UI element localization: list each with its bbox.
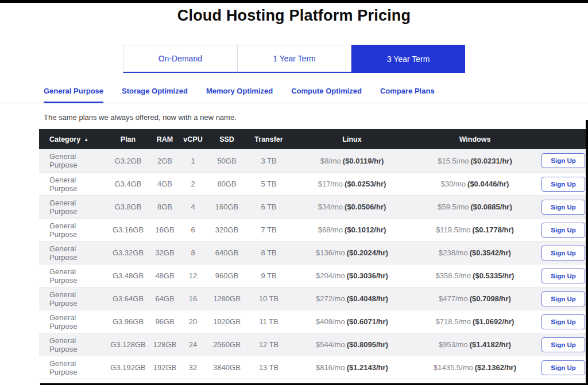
linux-price-cell: $816/mo($1.2143/hr) xyxy=(293,363,411,372)
plan-cell: G3.32GB xyxy=(103,248,153,257)
table-body: General Purpose G3.2GB 2GB 1 50GB 3 TB $… xyxy=(39,149,588,379)
table-row: General Purpose G3.192GB 192GB 32 3840GB… xyxy=(39,356,588,379)
category-cell: General Purpose xyxy=(39,359,103,376)
vcpu-cell: 8 xyxy=(177,248,209,257)
windows-price-cell: $1435.5/mo($2.1362/hr) xyxy=(411,363,539,372)
windows-price-cell: $15.5/mo($0.0231/hr) xyxy=(411,157,539,165)
signup-cell: Sign Up xyxy=(539,337,588,352)
linux-hourly-price: ($0.0506/hr) xyxy=(345,203,386,211)
category-cell: General Purpose xyxy=(39,313,103,330)
windows-monthly-price: $15.5/mo xyxy=(438,157,469,165)
column-header-category[interactable]: Category▲ xyxy=(39,135,103,143)
ram-cell: 2GB xyxy=(153,157,177,165)
sign-up-button[interactable]: Sign Up xyxy=(541,223,585,238)
sign-up-button[interactable]: Sign Up xyxy=(541,200,585,215)
vcpu-cell: 2 xyxy=(177,180,209,188)
tab-general-purpose[interactable]: General Purpose xyxy=(44,87,103,103)
windows-monthly-price: $477/mo xyxy=(439,294,468,303)
linux-monthly-price: $272/mo xyxy=(316,294,345,303)
ssd-cell: 1280GB xyxy=(209,294,245,303)
plan-cell: G3.2GB xyxy=(103,157,153,165)
sign-up-button[interactable]: Sign Up xyxy=(541,314,585,329)
vcpu-cell: 24 xyxy=(177,340,209,349)
linux-hourly-price: ($1.2143/hr) xyxy=(347,363,388,372)
linux-price-cell: $136/mo($0.2024/hr) xyxy=(293,248,411,257)
column-header-linux: Linux xyxy=(293,135,411,143)
plan-cell: G3.4GB xyxy=(103,180,153,188)
windows-hourly-price: ($0.5335/hr) xyxy=(473,271,514,280)
tab-storage-optimized[interactable]: Storage Optimized xyxy=(122,87,188,103)
sign-up-button[interactable]: Sign Up xyxy=(541,153,585,168)
linux-monthly-price: $17/mo xyxy=(318,180,343,188)
signup-cell: Sign Up xyxy=(539,269,588,283)
sign-up-button[interactable]: Sign Up xyxy=(541,177,585,192)
plan-cell: G3.192GB xyxy=(103,363,153,372)
windows-price-cell: $718.5/mo($1.0692/hr) xyxy=(411,317,539,326)
category-cell: General Purpose xyxy=(39,199,103,216)
linux-monthly-price: $408/mo xyxy=(316,317,345,326)
linux-hourly-price: ($0.2024/hr) xyxy=(347,248,388,257)
linux-price-cell: $544/mo($0.8095/hr) xyxy=(293,340,411,349)
vcpu-cell: 1 xyxy=(177,157,209,165)
category-cell: General Purpose xyxy=(39,152,103,169)
vcpu-cell: 16 xyxy=(177,294,209,303)
linux-monthly-price: $136/mo xyxy=(316,248,345,257)
column-header-vcpu: vCPU xyxy=(177,135,209,143)
windows-price-cell: $30/mo($0.0446/hr) xyxy=(411,180,539,188)
vcpu-cell: 20 xyxy=(177,317,209,326)
ram-cell: 48GB xyxy=(153,271,177,280)
signup-cell: Sign Up xyxy=(539,314,588,329)
windows-hourly-price: ($0.1778/hr) xyxy=(473,225,514,234)
linux-monthly-price: $204/mo xyxy=(316,271,345,280)
tab-compute-optimized[interactable]: Compute Optimized xyxy=(291,87,362,103)
linux-hourly-price: ($0.6071/hr) xyxy=(347,317,388,326)
windows-hourly-price: ($1.4182/hr) xyxy=(470,340,511,349)
term-tab-on-demand[interactable]: On-Demand xyxy=(123,45,238,73)
ram-cell: 192GB xyxy=(153,363,177,372)
category-cell: General Purpose xyxy=(39,244,103,262)
signup-cell: Sign Up xyxy=(539,177,588,192)
linux-monthly-price: $816/mo xyxy=(316,363,345,372)
table-row: General Purpose G3.8GB 8GB 4 160GB 6 TB … xyxy=(39,195,588,218)
sort-asc-icon: ▲ xyxy=(84,137,88,142)
linux-hourly-price: ($0.0119/hr) xyxy=(343,157,384,165)
linux-price-cell: $68/mo($0.1012/hr) xyxy=(293,225,411,234)
signup-cell: Sign Up xyxy=(539,200,588,215)
transfer-cell: 5 TB xyxy=(245,180,293,188)
plan-cell: G3.128GB xyxy=(103,340,153,349)
linux-price-cell: $17/mo($0.0253/hr) xyxy=(293,180,411,188)
tab-compare-plans[interactable]: Compare Plans xyxy=(380,87,435,103)
ram-cell: 4GB xyxy=(153,180,177,188)
sign-up-button[interactable]: Sign Up xyxy=(541,291,585,306)
sign-up-button[interactable]: Sign Up xyxy=(541,269,585,283)
plans-description: The same plans we always offered, now wi… xyxy=(44,113,588,122)
pricing-table: Category▲ Plan RAM vCPU SSD Transfer Lin… xyxy=(39,129,588,379)
ssd-cell: 80GB xyxy=(209,180,245,188)
linux-price-cell: $8/mo($0.0119/hr) xyxy=(293,157,411,165)
vcpu-cell: 4 xyxy=(177,203,209,211)
tab-memory-optimized[interactable]: Memory Optimized xyxy=(206,87,273,103)
windows-hourly-price: ($1.0692/hr) xyxy=(473,317,514,326)
ssd-cell: 3840GB xyxy=(209,363,245,372)
term-tab-1-year[interactable]: 1 Year Term xyxy=(238,45,352,73)
windows-hourly-price: ($0.7098/hr) xyxy=(470,294,511,303)
transfer-cell: 3 TB xyxy=(245,157,293,165)
sign-up-button[interactable]: Sign Up xyxy=(541,337,585,352)
ram-cell: 64GB xyxy=(153,294,177,303)
linux-price-cell: $204/mo($0.3036/hr) xyxy=(293,271,411,280)
linux-price-cell: $408/mo($0.6071/hr) xyxy=(293,317,411,326)
table-row: General Purpose G3.4GB 4GB 2 80GB 5 TB $… xyxy=(39,172,588,195)
term-tab-3-year[interactable]: 3 Year Term xyxy=(351,45,465,73)
signup-cell: Sign Up xyxy=(539,153,588,168)
vcpu-cell: 32 xyxy=(177,363,209,372)
linux-hourly-price: ($0.0253/hr) xyxy=(345,180,386,188)
transfer-cell: 6 TB xyxy=(245,203,293,211)
windows-monthly-price: $119.5/mo xyxy=(436,225,470,234)
sign-up-button[interactable]: Sign Up xyxy=(541,360,585,375)
signup-cell: Sign Up xyxy=(539,246,588,260)
windows-hourly-price: ($0.0446/hr) xyxy=(467,180,509,188)
sign-up-button[interactable]: Sign Up xyxy=(541,246,585,260)
windows-monthly-price: $718.5/mo xyxy=(436,317,471,326)
linux-hourly-price: ($0.4048/hr) xyxy=(347,294,388,303)
windows-hourly-price: ($0.0231/hr) xyxy=(470,157,512,165)
